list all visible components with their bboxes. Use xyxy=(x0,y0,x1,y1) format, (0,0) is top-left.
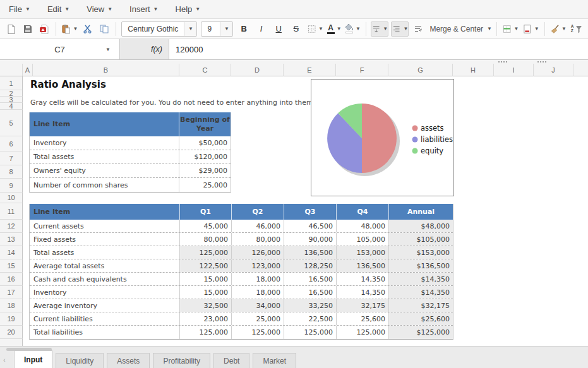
cell-value-calculated[interactable]: 136,500 xyxy=(336,259,388,272)
cell-value[interactable]: 16,500 xyxy=(284,286,336,299)
formula-input[interactable] xyxy=(169,39,588,59)
cell-value-calculated[interactable]: $136,500 xyxy=(388,259,453,272)
cell-reference-box[interactable]: C7 ▼ xyxy=(0,39,120,59)
cell-label[interactable]: Owners' equity xyxy=(30,164,179,177)
fill-color-button[interactable]: ▼ xyxy=(344,21,361,37)
row-header-partial[interactable] xyxy=(0,339,23,346)
column-header-c[interactable]: C xyxy=(179,64,231,76)
cell-label[interactable]: Inventory xyxy=(30,286,179,299)
underline-button[interactable]: U xyxy=(271,21,286,37)
cell-value[interactable]: 125,000 xyxy=(336,326,388,339)
row-header-8[interactable]: 8 xyxy=(0,165,23,179)
row-header-11[interactable]: 11 xyxy=(0,203,23,220)
cell-value-calculated[interactable]: $14,350 xyxy=(388,273,453,285)
row-header-18[interactable]: 18 xyxy=(0,299,23,312)
row-header-12[interactable]: 12 xyxy=(0,220,23,233)
cell-value-calculated[interactable]: $25,600 xyxy=(388,312,453,325)
italic-button[interactable]: I xyxy=(254,21,269,37)
tab-market[interactable]: Market xyxy=(253,353,296,368)
tab-debt[interactable]: Debt xyxy=(213,353,249,368)
table2-header-q4[interactable]: Q4 xyxy=(336,204,388,220)
table1-header-line-item[interactable]: Line Item xyxy=(30,112,179,136)
row-header-1[interactable]: 1 xyxy=(0,76,23,90)
row-header-15[interactable]: 15 xyxy=(0,259,23,273)
cell-value[interactable]: 48,000 xyxy=(336,220,388,232)
font-size-select[interactable]: 9 ▼ xyxy=(201,21,233,37)
cell-label[interactable]: Fixed assets xyxy=(30,233,179,246)
cell-value-calculated[interactable]: $32,175 xyxy=(388,299,453,312)
cell-label[interactable]: Total assets xyxy=(30,150,179,163)
cell-value-calculated[interactable]: 32,175 xyxy=(336,299,388,312)
format-cells-button[interactable]: ▼ xyxy=(522,21,539,37)
column-header-h[interactable]: H xyxy=(453,64,494,76)
row-header-16[interactable]: 16 xyxy=(0,273,23,286)
sheet-note-cell[interactable]: Gray cells will be calculated for you. Y… xyxy=(30,98,315,107)
cell-value[interactable]: 125,000 xyxy=(231,326,284,339)
cell-value[interactable]: $50,000 xyxy=(179,136,231,150)
row-header-10[interactable]: 10 xyxy=(0,193,23,203)
row-header-14[interactable]: 14 xyxy=(0,246,23,259)
tab-liquidity[interactable]: Liquidity xyxy=(56,353,104,368)
cell-value[interactable]: 16,500 xyxy=(284,273,336,285)
save-button[interactable] xyxy=(21,21,35,37)
cell-value[interactable]: 46,000 xyxy=(231,220,284,232)
row-header-20[interactable]: 20 xyxy=(0,326,23,339)
table2-header-line-item[interactable]: Line Item xyxy=(30,204,179,220)
cell-value-calculated[interactable]: 125,000 xyxy=(179,246,231,259)
cell-value[interactable]: $120,000 xyxy=(179,150,231,163)
cell-value[interactable]: 15,000 xyxy=(179,286,231,299)
strikethrough-button[interactable]: S xyxy=(289,21,304,37)
cell-value[interactable]: 125,000 xyxy=(179,326,231,339)
table2-header-annual[interactable]: Annual xyxy=(388,204,453,220)
cell-value[interactable]: 14,350 xyxy=(336,286,388,299)
column-header-g[interactable]: G xyxy=(388,64,453,76)
row-header-7[interactable]: 7 xyxy=(0,151,23,165)
cell-label[interactable]: Cash and cash equivalents xyxy=(30,273,179,285)
row-header-9[interactable]: 9 xyxy=(0,179,23,193)
freeze-panes-button[interactable]: ▼ xyxy=(501,21,519,37)
table2-header-q1[interactable]: Q1 xyxy=(179,204,231,220)
export-pdf-button[interactable] xyxy=(37,21,51,37)
cell-value[interactable]: 45,000 xyxy=(179,220,231,232)
cell-value[interactable]: 14,350 xyxy=(336,273,388,285)
cell-value-calculated[interactable]: 136,500 xyxy=(284,246,336,259)
cell-value[interactable]: 18,000 xyxy=(231,273,284,285)
cell-value-calculated[interactable]: 128,250 xyxy=(284,259,336,272)
menu-insert[interactable]: Insert▼ xyxy=(129,4,158,14)
cell-label[interactable]: Average inventory xyxy=(30,299,179,312)
cell-value[interactable]: 25,000 xyxy=(231,312,284,325)
cell-label[interactable]: Total assets xyxy=(30,246,179,259)
horizontal-align-button[interactable]: ▼ xyxy=(391,21,409,37)
column-header-b[interactable]: B xyxy=(33,64,179,76)
column-header-j[interactable]: J xyxy=(534,64,573,76)
column-header-e[interactable]: E xyxy=(284,64,336,76)
cell-value[interactable]: 80,000 xyxy=(179,233,231,246)
table2-header-q2[interactable]: Q2 xyxy=(231,204,284,220)
paste-button[interactable]: ▼ xyxy=(61,21,78,37)
sort-filter-button[interactable]: AZ xyxy=(570,21,584,37)
cell-value-calculated[interactable]: $14,350 xyxy=(388,286,453,299)
row-header-13[interactable]: 13 xyxy=(0,233,23,246)
cell-value-calculated[interactable]: $153,000 xyxy=(388,246,453,259)
borders-button[interactable]: ▼ xyxy=(306,21,324,37)
new-document-button[interactable] xyxy=(4,21,18,37)
cell-value-calculated[interactable]: $48,000 xyxy=(388,220,453,232)
select-all-corner[interactable] xyxy=(0,64,23,76)
menu-view[interactable]: View▼ xyxy=(87,4,112,14)
row-header-6[interactable]: 6 xyxy=(0,136,23,151)
cell-value-calculated[interactable]: $125,000 xyxy=(388,326,453,339)
column-header-i[interactable]: I xyxy=(494,64,534,76)
column-header-d[interactable]: D xyxy=(231,64,284,76)
tab-input[interactable]: Input xyxy=(14,350,52,368)
cell-value[interactable]: 46,500 xyxy=(284,220,336,232)
cell-value[interactable]: 22,500 xyxy=(284,312,336,325)
wrap-text-button[interactable] xyxy=(411,21,425,37)
cell-value-calculated[interactable]: 33,250 xyxy=(284,299,336,312)
cell-value[interactable]: 23,000 xyxy=(179,312,231,325)
cell-label[interactable]: Average total assets xyxy=(30,259,179,272)
column-header-f[interactable]: F xyxy=(336,64,388,76)
cell-label[interactable]: Current assets xyxy=(30,220,179,232)
cell-value[interactable]: 25,000 xyxy=(179,178,231,192)
cell-value[interactable]: 125,000 xyxy=(284,326,336,339)
tab-profitability[interactable]: Profitability xyxy=(153,353,210,368)
